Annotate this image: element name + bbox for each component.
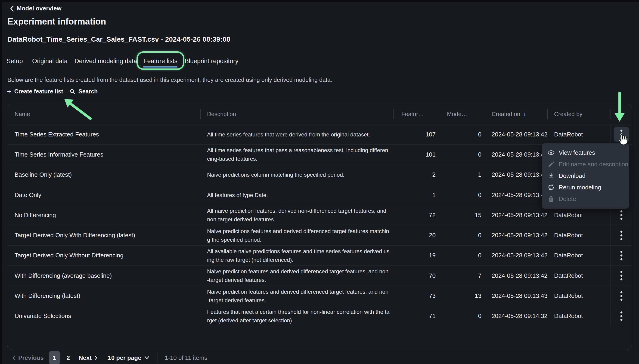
models-count: 0 (439, 306, 485, 326)
row-actions-cell (610, 286, 632, 306)
table-row[interactable]: Univariate Selections Features that meet… (7, 306, 632, 326)
previous-page-button[interactable]: Previous (12, 354, 44, 362)
feature-list-name: Target Derived Only With Differencing (l… (7, 225, 200, 245)
column-header-features[interactable]: Featur… (393, 104, 439, 124)
models-count: 15 (439, 205, 485, 225)
created-by-value: DataRobot (547, 246, 610, 266)
feature-list-name: Target Derived Only Without Differencing (7, 246, 200, 266)
feature-lists-table: Name Description Featur… Mode… Created o… (7, 104, 632, 350)
models-count: 0 (439, 246, 485, 266)
table-row[interactable]: With Differencing (latest) Naive predict… (7, 286, 632, 306)
models-count: 1 (439, 165, 485, 185)
models-count: 13 (439, 286, 485, 306)
created-by-value: DataRobot (547, 266, 610, 286)
window-edge-left (0, 0, 2, 364)
column-header-models[interactable]: Mode… (439, 104, 485, 124)
table-row[interactable]: Time Series Informative Features All tim… (7, 144, 632, 164)
models-count: 0 (439, 225, 485, 245)
tab-setup[interactable]: Setup (7, 57, 23, 65)
next-label: Next (79, 354, 92, 362)
created-on-value: 2024-05-28 09:13:42 (485, 266, 547, 286)
page-button-1[interactable]: 1 (49, 351, 60, 364)
table-row[interactable]: With Differencing (average baseline) Nai… (7, 266, 632, 286)
tab-derived-modeling-data[interactable]: Derived modeling data (75, 57, 137, 65)
created-on-value: 2024-05-28 09:13:42 (485, 246, 547, 266)
models-count: 7 (439, 266, 485, 286)
previous-label: Previous (18, 354, 44, 362)
created-on-value: 2024-05-28 09:13:42 (485, 165, 547, 185)
pagination-divider (158, 353, 158, 363)
kebab-icon (620, 210, 622, 220)
table-row[interactable]: Time Series Extracted Features All time … (7, 124, 632, 144)
menu-item-download[interactable]: Download (542, 170, 629, 182)
tab-original-data[interactable]: Original data (32, 57, 68, 65)
row-actions-button[interactable] (614, 288, 629, 304)
created-on-value: 2024-05-28 09:13:42 (485, 185, 547, 205)
kebab-icon (620, 291, 622, 301)
per-page-label: 10 per page (108, 354, 141, 362)
column-header-actions (610, 104, 632, 124)
row-actions-button[interactable] (614, 127, 629, 142)
search-button[interactable]: Search (70, 88, 98, 95)
kebab-icon (620, 130, 622, 139)
column-header-description[interactable]: Description (200, 104, 393, 124)
menu-item-view-features[interactable]: View features (542, 147, 629, 158)
table-row[interactable]: Baseline Only (latest) Naive predictions… (7, 165, 632, 185)
page-button-2[interactable]: 2 (65, 351, 72, 364)
back-link[interactable]: Model overview (10, 5, 62, 12)
row-actions-cell (610, 306, 632, 326)
table-row[interactable]: Target Derived Only With Differencing (l… (7, 225, 632, 245)
created-on-value: 2024-05-28 09:13:42 (485, 124, 547, 144)
features-count: 72 (393, 205, 439, 225)
features-count: 71 (393, 306, 439, 326)
created-on-value: 2024-05-28 09:13:42 (485, 225, 547, 245)
row-actions-button[interactable] (614, 228, 629, 243)
menu-item-rerun-modeling[interactable]: Rerun modeling (542, 182, 629, 193)
row-actions-button[interactable] (614, 309, 629, 324)
features-count: 70 (393, 266, 439, 286)
column-header-created-on[interactable]: Created on ↓ (485, 104, 547, 124)
row-actions-button[interactable] (614, 248, 629, 263)
feature-list-description: Naive predictions features and derived d… (200, 225, 393, 245)
row-actions-cell (610, 124, 632, 144)
tab-bar: Setup Original data Derived modeling dat… (0, 57, 639, 72)
kebab-icon (620, 230, 622, 240)
table-header: Name Description Featur… Mode… Created o… (7, 104, 632, 124)
per-page-dropdown[interactable]: 10 per page (108, 354, 149, 362)
next-page-button[interactable]: Next (79, 354, 98, 362)
table-row[interactable]: No Differencing All naive prediction fea… (7, 205, 632, 225)
features-count: 101 (393, 144, 439, 164)
create-feature-list-button[interactable]: + Create feature list (7, 88, 63, 95)
feature-list-name: With Differencing (latest) (7, 286, 200, 306)
row-actions-button[interactable] (614, 208, 629, 222)
table-row[interactable]: Target Derived Only Without Differencing… (7, 245, 632, 266)
features-count: 1 (393, 185, 439, 205)
row-actions-menu: View features Edit name and description … (542, 144, 629, 208)
intro-text: Below are the feature lists created from… (8, 76, 332, 83)
window-edge-top (0, 0, 639, 2)
models-count: 0 (439, 124, 485, 144)
column-header-created-by[interactable]: Created by (547, 104, 610, 124)
feature-list-name: Baseline Only (latest) (7, 165, 200, 185)
column-header-name[interactable]: Name (7, 104, 200, 124)
row-actions-cell (610, 225, 632, 245)
kebab-icon (620, 271, 622, 280)
row-actions-button[interactable] (614, 268, 629, 283)
back-link-label: Model overview (17, 5, 62, 12)
feature-list-name: Univariate Selections (7, 306, 200, 326)
tab-blueprint-repository[interactable]: Blueprint repository (185, 57, 239, 65)
created-by-value: DataRobot (547, 225, 610, 245)
features-count: 19 (393, 246, 439, 266)
feature-list-description: All features of type Date. (200, 185, 393, 205)
table-row[interactable]: Date Only All features of type Date. 1 0… (7, 185, 632, 205)
feature-list-name: Date Only (7, 185, 200, 205)
experiment-subtitle: DataRobot_Time_Series_Car_Sales_FAST.csv… (8, 36, 230, 43)
download-icon (548, 172, 554, 179)
pencil-icon (548, 161, 554, 168)
menu-item-edit-name-and-description: Edit name and description (542, 158, 629, 170)
feature-list-description: All time series features that pass a rea… (200, 144, 393, 164)
items-summary: 1-10 of 11 items (165, 354, 208, 362)
tab-feature-lists[interactable]: Feature lists (144, 57, 178, 65)
feature-list-description: Naive prediction features and derived di… (200, 266, 393, 286)
feature-list-description: All naive prediction features, derived n… (200, 205, 393, 225)
